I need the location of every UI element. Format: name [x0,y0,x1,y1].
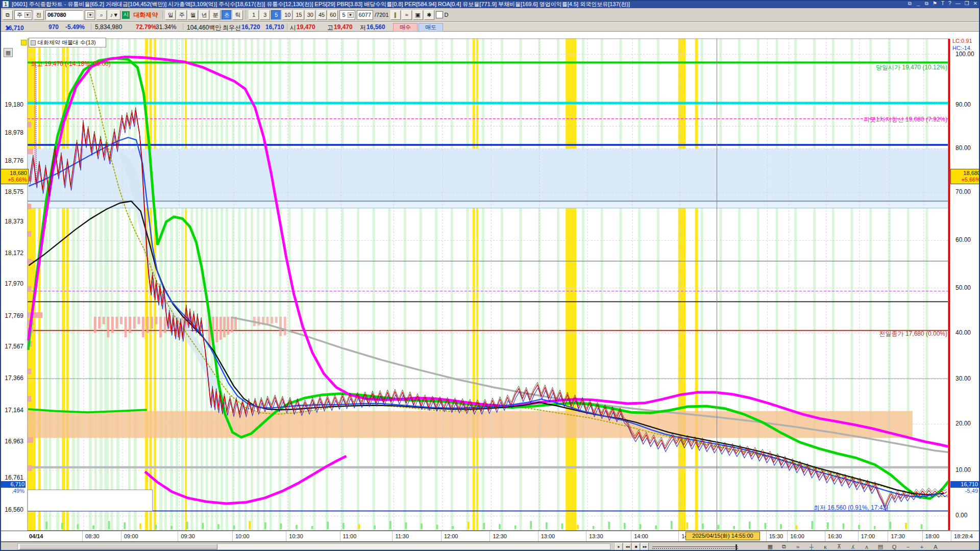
rewind-icon[interactable]: ◂◂ [624,543,631,550]
chart-grid-button[interactable]: ▦ [4,48,13,57]
sell-button[interactable]: 매도 [419,23,443,32]
interval-button-5[interactable]: 5 [271,10,281,20]
time-axis-tick [787,531,788,541]
scrollbar-thumb[interactable] [19,544,217,549]
period-button-초[interactable]: 초 [222,10,232,20]
quote-status-bar: 16,710 ▼ 970 -5.49% 5,834,980 72.79% 31.… [0,22,980,32]
price-axis-label: 18,373 [5,218,23,225]
price-axis-label: 19,180 [5,101,23,108]
percent-axis-label: 90.00 [955,101,971,108]
time-axis-tick [538,531,538,541]
zoom-icon[interactable]: Q [890,543,899,550]
grid-chart-icon[interactable]: ▦ [766,543,775,550]
save-icon[interactable]: ▣ [413,10,423,20]
low-price: 16,560 [366,23,385,31]
chart-mode-icon[interactable]: ⧉ [3,10,13,20]
strength-pct: 72.79% [136,23,157,31]
interval-select[interactable]: 5 ▼ [339,10,355,20]
best-quote-label: 최우선 [223,23,241,32]
buy-button[interactable]: 매수 [393,23,418,32]
zoom-in-icon[interactable]: + [917,543,926,550]
best-bid: 16,710 [265,23,284,31]
period-button-분[interactable]: 분 [210,10,220,20]
interval-button-1[interactable]: 1 [249,10,259,20]
chevron-down-icon: ▼ [348,12,354,18]
close-icon[interactable]: ✕ [973,1,977,8]
interval-button-15[interactable]: 15 [293,10,304,20]
separator [183,23,183,30]
stop-icon[interactable]: ■ [632,543,640,550]
chart-legend[interactable]: 대화제약 매물대 수(13) [29,38,106,47]
chart-canvas[interactable] [0,0,980,551]
tick-counter: 6077 [357,10,373,20]
period-button-월[interactable]: 월 [188,10,198,20]
price-axis-label: 18,575 [5,188,23,195]
auto-scale-icon[interactable]: A [931,543,940,550]
panel-icon[interactable]: ▤ [876,543,885,550]
percent-axis-label: 20.00 [955,420,971,427]
best-ask: 16,720 [241,23,260,31]
interval-select-value: 5 [342,12,345,18]
wave-icon[interactable]: ≈ [793,543,802,550]
zoom-out-icon[interactable]: − [903,543,913,550]
time-axis-label: 04/14 [29,533,43,539]
period-button-일[interactable]: 일 [165,10,176,20]
indicator-icon[interactable]: ⊼ [835,543,844,550]
draw-icon[interactable]: ʎ [848,543,857,550]
stock-code-input[interactable] [45,10,83,20]
maximize-icon[interactable]: ❒ [965,1,969,8]
percent-axis-label: 30.00 [955,375,971,382]
d-checkbox[interactable] [436,11,443,18]
eraser-icon[interactable]: ʌ [862,543,871,550]
interval-button-60[interactable]: 60 [328,10,338,20]
interval-button-30[interactable]: 30 [305,10,315,20]
play-icon[interactable]: ▸ [615,543,623,550]
candle-chart-icon[interactable]: ∥ [390,10,401,20]
search-icon[interactable]: ⌕ [96,10,107,20]
time-axis-label: 09:00 [124,533,138,539]
popout-icon[interactable]: ⧉ [908,1,912,8]
period-button-틱[interactable]: 틱 [233,10,243,20]
time-axis-label: 16:30 [828,533,842,539]
market-dropdown[interactable]: 주 ▼ [14,10,32,20]
settings-gear-icon[interactable]: ✱ [424,10,434,20]
price-axis-label: 16,963 [5,438,23,445]
pin-icon[interactable]: ⚑ [933,1,937,8]
current-price-badge-left: 6,710 ,49% [0,481,26,494]
font-icon[interactable]: T [941,1,944,8]
period-button-주[interactable]: 주 [177,10,187,20]
interval-button-10[interactable]: 10 [282,10,292,20]
tick-total: /7201 [375,12,389,18]
down-arrow-icon: ▼ [5,24,11,32]
line-chart-icon[interactable]: ≈ [402,10,412,20]
time-axis-label: 17:30 [891,533,905,539]
interval-button-45[interactable]: 45 [316,10,327,20]
time-axis[interactable]: 04/1408:3009:0009:3010:0010:3011:0011:30… [0,531,980,542]
layout-icon[interactable]: ⧉ [779,543,789,550]
interval-button-3[interactable]: 3 [260,10,270,20]
sound-alert-button[interactable]: ♪▼ [108,10,120,20]
time-axis-label: 08:30 [85,533,100,539]
period-button-년[interactable]: 년 [199,10,209,20]
code-history-dropdown[interactable]: ▼ [85,10,95,20]
duplicate-icon[interactable]: ⧉ [925,1,928,8]
price-axis-label: 17,567 [5,343,23,350]
percent-axis-label: 80.00 [955,144,971,152]
cursor-time-label: 2025/04/15(화) 14:55:00 [685,532,760,540]
speed-slider[interactable] [652,546,738,547]
trendline-icon[interactable]: ĸ [821,543,830,550]
minimize-icon[interactable]: — [955,1,961,8]
price-axis-label: 18,776 [5,157,23,164]
prev-stock-button[interactable]: 전 [34,10,44,20]
crosshair-icon[interactable]: ┼ [807,543,816,550]
time-axis-label: 13:30 [589,533,603,539]
time-axis-tick [922,531,923,541]
slider-knob[interactable] [736,544,737,550]
high-price: 19,470 [334,23,353,31]
market-type-badge: 시 [122,11,130,19]
help-icon[interactable]: ? [948,1,951,8]
minimize-panel-icon[interactable]: ＿ [916,1,921,8]
legend-title: 대화제약 매물대 수(13) [38,39,96,46]
fast-forward-icon[interactable]: ▸▸ [641,543,649,550]
horizontal-scrollbar[interactable] [17,543,610,550]
